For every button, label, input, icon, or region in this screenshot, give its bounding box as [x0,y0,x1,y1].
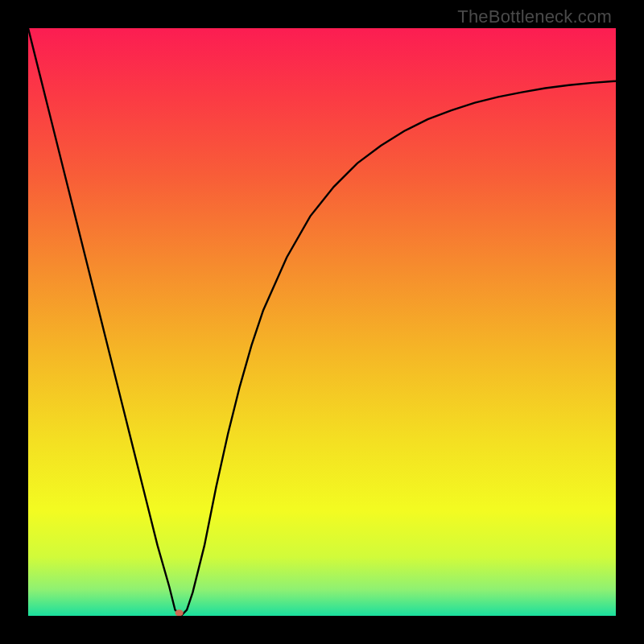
chart-canvas [28,28,616,616]
plot-frame [28,28,616,616]
gradient-background [28,28,616,616]
marker-dot [175,609,184,616]
watermark-text: TheBottleneck.com [457,6,612,27]
